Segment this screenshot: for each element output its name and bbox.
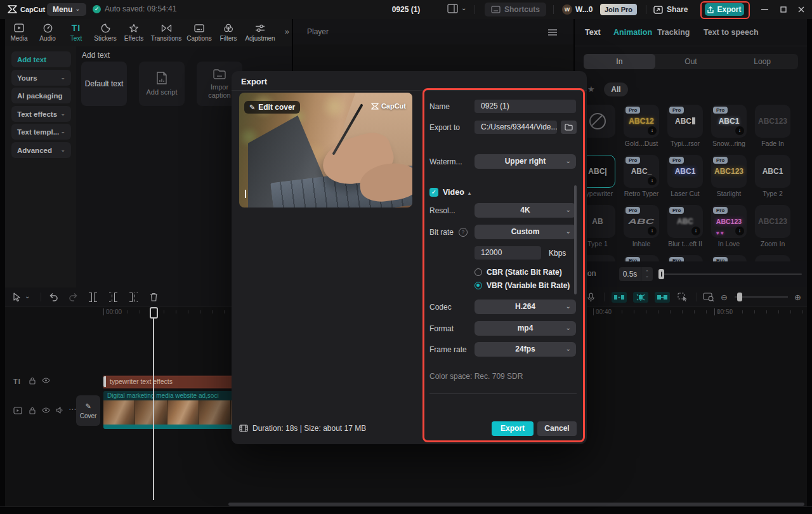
- share-button[interactable]: Share: [653, 3, 688, 16]
- sidebar-item-ai-packaging[interactable]: AI packaging: [11, 88, 71, 103]
- tab-animation[interactable]: Animation: [613, 28, 652, 37]
- effect-tile[interactable]: ProABC1 Laser Cut: [667, 155, 703, 197]
- toolbar-expand-icon[interactable]: [285, 27, 289, 36]
- duration-stepper[interactable]: ⌃⌄: [641, 267, 653, 281]
- dialog-scrollbar[interactable]: [574, 185, 577, 294]
- resolution-dropdown[interactable]: 4K: [475, 203, 576, 218]
- effect-tile[interactable]: ProABC Typi...rsor: [667, 105, 703, 147]
- split-keep-left-button[interactable]: [109, 292, 117, 302]
- format-dropdown[interactable]: mp4: [475, 321, 576, 336]
- effect-tile[interactable]: ProABC123 In Love: [711, 205, 747, 247]
- menu-button[interactable]: Menu: [47, 3, 86, 16]
- zoom-out-button[interactable]: ⊖: [721, 292, 728, 302]
- player-menu-icon[interactable]: [548, 29, 557, 30]
- zoom-in-button[interactable]: ⊕: [794, 292, 801, 302]
- vbr-radio-row[interactable]: VBR (Variable Bit Rate): [475, 281, 622, 290]
- minimize-icon: [761, 9, 768, 10]
- segment-out[interactable]: Out: [655, 54, 727, 69]
- select-tool-button[interactable]: [13, 292, 30, 302]
- avatar[interactable]: W: [562, 4, 572, 15]
- video-checkbox[interactable]: [429, 188, 438, 197]
- default-text-card[interactable]: Default text: [81, 62, 127, 106]
- playhead-handle[interactable]: [150, 307, 158, 319]
- user-name[interactable]: W...0: [575, 5, 593, 14]
- effect-tile[interactable]: ABC1 Type 2: [755, 155, 790, 197]
- cancel-button[interactable]: Cancel: [537, 421, 577, 436]
- tab-tracking[interactable]: Tracking: [657, 28, 690, 37]
- undo-button[interactable]: [48, 292, 58, 302]
- segment-loop[interactable]: Loop: [726, 54, 798, 69]
- download-icon: [691, 227, 700, 235]
- preview-axis-button[interactable]: [703, 292, 714, 302]
- cbr-radio[interactable]: [475, 268, 482, 276]
- delete-button[interactable]: [150, 292, 158, 302]
- tab-text-to-speech[interactable]: Text to speech: [704, 28, 759, 37]
- name-input[interactable]: 0925 (1): [475, 100, 576, 113]
- timeline-zoom-handle[interactable]: [737, 293, 742, 301]
- bitrate-value-input[interactable]: 12000: [475, 246, 541, 260]
- effect-tile[interactable]: ProABC123 Starlight: [711, 155, 747, 197]
- vbr-radio[interactable]: [475, 282, 482, 289]
- sidebar-item-advanced[interactable]: Advanced: [11, 142, 71, 158]
- maximize-button[interactable]: [779, 5, 788, 14]
- duration-value[interactable]: 0.5s: [619, 267, 641, 281]
- effect-tile[interactable]: ProABC_ Retro Typer: [624, 155, 659, 197]
- help-icon[interactable]: [459, 228, 468, 237]
- export-button-top[interactable]: Export: [705, 3, 744, 16]
- export-confirm-button[interactable]: Export: [492, 421, 534, 436]
- sidebar-item-text-effects[interactable]: Text effects: [11, 106, 71, 122]
- video-section-header[interactable]: Video: [429, 187, 577, 198]
- effect-tile[interactable]: ProABC12 Gold...Dust: [624, 105, 659, 147]
- auto-remove-gaps-toggle[interactable]: [612, 292, 627, 302]
- media-icon: [14, 22, 24, 34]
- redo-button[interactable]: [69, 292, 79, 302]
- link-clips-toggle[interactable]: [655, 292, 670, 302]
- duration-slider-handle[interactable]: [658, 269, 664, 279]
- edit-cover-button-timeline[interactable]: Cover: [76, 395, 100, 426]
- tab-text-settings[interactable]: Text: [585, 28, 601, 37]
- effect-tile[interactable]: ProABC Blur t...eft II: [667, 205, 703, 247]
- track-more-button[interactable]: [69, 405, 76, 414]
- watermark-dropdown[interactable]: Upper right: [475, 154, 576, 169]
- tab-transitions[interactable]: Transitions: [147, 22, 185, 42]
- effect-tile[interactable]: ABC123 Fade In: [755, 105, 790, 147]
- hide-track-button[interactable]: [42, 378, 50, 383]
- collapse-icon[interactable]: [464, 188, 471, 197]
- mute-track-button[interactable]: [56, 407, 63, 414]
- split-keep-right-button[interactable]: [129, 292, 138, 302]
- sidebar-item-add-text[interactable]: Add text: [11, 51, 71, 67]
- split-button[interactable]: [89, 292, 97, 302]
- codec-dropdown[interactable]: H.264: [475, 300, 576, 314]
- favorites-star-icon[interactable]: [587, 84, 595, 94]
- folder-icon: [213, 69, 226, 79]
- workspace-layout-button[interactable]: [447, 4, 466, 13]
- add-script-card[interactable]: Add script: [139, 62, 185, 106]
- bitrate-dropdown[interactable]: Custom: [475, 225, 576, 239]
- shortcuts-button[interactable]: Shortcuts: [485, 3, 546, 16]
- timeline-horizontal-scrollbar[interactable]: [228, 503, 804, 506]
- magnetic-snap-toggle[interactable]: [633, 292, 648, 302]
- framerate-dropdown[interactable]: 24fps: [475, 342, 576, 357]
- record-voiceover-button[interactable]: [587, 292, 594, 302]
- lock-track-button[interactable]: [29, 377, 36, 385]
- cbr-radio-row[interactable]: CBR (Static Bit Rate): [475, 268, 622, 277]
- minimize-button[interactable]: [760, 5, 769, 14]
- filter-all-button[interactable]: All: [604, 82, 628, 96]
- duration-slider-track[interactable]: [661, 273, 802, 275]
- lock-track-button[interactable]: [29, 407, 36, 414]
- click-preview-toggle[interactable]: [678, 292, 688, 302]
- sidebar-item-yours[interactable]: Yours: [11, 70, 71, 86]
- export-path-input[interactable]: C:/Users/93444/Vide...: [475, 121, 557, 134]
- sidebar-item-text-templates[interactable]: Text templ...: [11, 124, 71, 140]
- tab-adjustment[interactable]: Adjustmen: [241, 22, 279, 42]
- join-pro-button[interactable]: Join Pro: [600, 4, 637, 15]
- effect-tile[interactable]: ABC123 Zoom In: [755, 205, 790, 247]
- segment-in[interactable]: In: [584, 54, 655, 69]
- timeline-zoom-slider[interactable]: [735, 296, 788, 298]
- browse-folder-button[interactable]: [561, 121, 577, 134]
- effect-tile[interactable]: ProABC Inhale: [624, 205, 659, 247]
- effect-tile[interactable]: ProABC1 Snow...ring: [711, 105, 747, 147]
- close-button[interactable]: [797, 5, 806, 14]
- hide-track-button[interactable]: [42, 407, 50, 413]
- edit-cover-button[interactable]: Edit cover: [244, 101, 300, 114]
